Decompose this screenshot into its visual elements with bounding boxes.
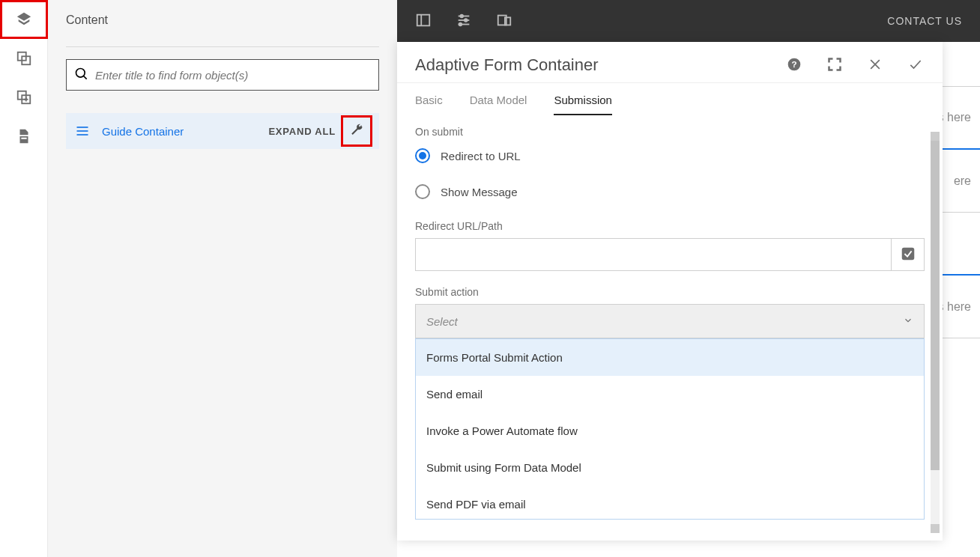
expand-all-button[interactable]: EXPAND ALL	[268, 126, 336, 137]
drop-hint: ere	[954, 174, 971, 188]
redirect-url-input[interactable]	[415, 238, 892, 271]
tab-submission[interactable]: Submission	[554, 94, 612, 115]
search-icon	[74, 67, 95, 84]
redirect-url-label: Redirect URL/Path	[415, 220, 925, 232]
close-button[interactable]	[866, 56, 884, 74]
search-input-wrap[interactable]	[66, 59, 379, 91]
check-icon	[908, 57, 923, 74]
left-rail	[0, 0, 48, 557]
svg-text:?: ?	[791, 59, 796, 69]
help-button[interactable]: ?	[785, 56, 803, 74]
fullscreen-button[interactable]	[826, 56, 844, 74]
on-submit-label: On submit	[415, 126, 925, 138]
content-panel: Content Guide Container EXPAND ALL	[48, 0, 397, 557]
guide-container-row[interactable]: Guide Container EXPAND ALL	[66, 113, 379, 149]
select-placeholder: Select	[426, 315, 458, 328]
drop-hint: s here	[938, 111, 971, 124]
scroll-down-icon[interactable]	[931, 524, 940, 533]
wrench-icon	[350, 124, 363, 139]
option-send-email[interactable]: Send email	[416, 376, 924, 413]
radio-redirect-row[interactable]: Redirect to URL	[415, 148, 925, 163]
submit-action-label: Submit action	[415, 286, 925, 298]
radio-redirect[interactable]	[415, 148, 430, 163]
properties-title: Adaptive Form Container	[415, 55, 599, 75]
radio-message-row[interactable]: Show Message	[415, 184, 925, 199]
svg-rect-25	[901, 247, 914, 260]
option-power-automate[interactable]: Invoke a Power Automate flow	[416, 413, 924, 449]
close-icon	[868, 57, 883, 74]
fullscreen-icon	[827, 57, 842, 74]
drop-hint: s here	[938, 300, 971, 314]
radio-message[interactable]	[415, 184, 430, 199]
tabs: Basic Data Model Submission	[397, 83, 943, 115]
preview-icon[interactable]	[496, 12, 512, 31]
side-panel-icon[interactable]	[415, 12, 432, 31]
checkbox-icon	[900, 246, 916, 264]
scroll-thumb[interactable]	[931, 141, 940, 470]
help-icon: ?	[787, 57, 802, 74]
top-toolbar: CONTACT US	[397, 0, 980, 42]
assets-icon[interactable]	[0, 39, 48, 78]
guide-container-label: Guide Container	[102, 125, 184, 138]
svg-line-7	[84, 76, 87, 79]
radio-redirect-label: Redirect to URL	[441, 150, 521, 162]
data-icon[interactable]	[0, 117, 48, 156]
contact-us-link[interactable]: CONTACT US	[887, 15, 962, 27]
redirect-url-picker-button[interactable]	[892, 238, 925, 271]
chevron-down-icon	[903, 315, 913, 328]
svg-point-14	[460, 14, 463, 17]
svg-rect-11	[417, 14, 430, 25]
tab-basic[interactable]: Basic	[415, 94, 443, 115]
components-icon[interactable]	[0, 78, 48, 117]
submit-action-select[interactable]: Select	[415, 304, 925, 338]
panel-title: Content	[66, 13, 379, 27]
panel-scrollbar[interactable]	[931, 132, 940, 533]
divider	[66, 46, 379, 47]
option-form-data-model[interactable]: Submit using Form Data Model	[416, 449, 924, 486]
container-icon	[75, 124, 90, 139]
search-input[interactable]	[95, 69, 371, 82]
settings-icon[interactable]	[456, 12, 472, 31]
svg-point-18	[459, 22, 462, 25]
properties-header: Adaptive Form Container ?	[397, 42, 943, 83]
radio-message-label: Show Message	[441, 186, 518, 198]
submit-action-dropdown[interactable]: Forms Portal Submit Action Send email In…	[415, 338, 925, 520]
svg-point-16	[465, 19, 468, 22]
scroll-up-icon[interactable]	[931, 132, 940, 141]
layers-icon[interactable]	[0, 0, 48, 39]
option-forms-portal[interactable]: Forms Portal Submit Action	[416, 339, 924, 376]
tab-data-model[interactable]: Data Model	[470, 94, 527, 115]
option-send-pdf[interactable]: Send PDF via email	[416, 486, 924, 520]
done-button[interactable]	[907, 56, 925, 74]
configure-button[interactable]	[343, 118, 370, 144]
svg-point-6	[76, 68, 85, 77]
properties-panel: Adaptive Form Container ? Basic Data Mod…	[397, 42, 943, 541]
